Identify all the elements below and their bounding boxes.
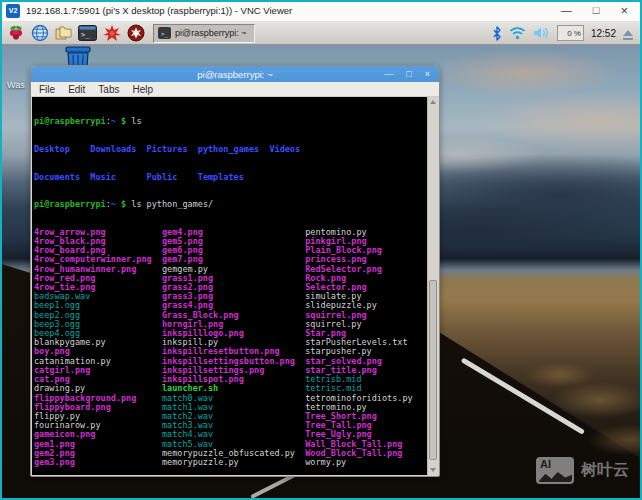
taskbar: >_ >_ pi@raspberrypi: ~ (0, 22, 642, 45)
menu-tabs[interactable]: Tabs (98, 84, 128, 95)
wastebasket-label[interactable]: Was (7, 80, 25, 90)
vnc-viewer-window: V2 192.168.1.7:5901 (pi's X desktop (ras… (0, 0, 642, 500)
scrollbar-up-arrow[interactable] (428, 97, 438, 107)
menu-help[interactable]: Help (132, 84, 162, 95)
cpu-monitor[interactable]: 0 % (557, 25, 584, 41)
vnc-logo-icon: V2 (6, 4, 20, 18)
wolfram-icon[interactable] (125, 23, 146, 43)
svg-text:>_: >_ (81, 31, 90, 39)
file-name: memorypuzzle.py (162, 458, 305, 467)
watermark-label: 树叶云 (581, 460, 629, 481)
volume-icon[interactable] (533, 26, 550, 40)
terminal-launcher-icon[interactable]: >_ (77, 23, 98, 43)
taskbar-window-button[interactable]: >_ pi@raspberrypi: ~ (153, 24, 255, 43)
watermark-logo-icon: AI (536, 457, 574, 484)
terminal-content[interactable]: pi@raspberrypi:~ $ ls Desktop Downloads … (31, 97, 439, 475)
terminal-titlebar[interactable]: pi@raspberrypi: ~ — □ × (31, 66, 439, 82)
scrollbar-down-arrow[interactable] (428, 465, 438, 475)
prompt-line: pi@raspberrypi:~ $ ls python_games/ (34, 200, 426, 209)
scrollbar-thumb[interactable] (429, 280, 437, 460)
dir-listing-line: Documents Music Public Templates (34, 173, 426, 182)
dir-listing-line: Desktop Downloads Pictures python_games … (34, 145, 426, 154)
raspberry-menu-icon[interactable] (5, 23, 26, 43)
terminal-close-button[interactable]: × (425, 66, 430, 82)
terminal-menubar: File Edit Tabs Help (31, 82, 439, 97)
file-row: beep2.oggGrass_Block.pngsquirrel.png (34, 311, 426, 320)
file-row: cat.pnginkspillspot.pngtetrisb.mid (34, 375, 426, 384)
terminal-window-title: pi@raspberrypi: ~ (31, 69, 439, 80)
file-row: gem3.pngmemorypuzzle.pywormy.py (34, 458, 426, 467)
bluetooth-icon[interactable] (492, 26, 502, 41)
file-name: gem3.png (34, 458, 162, 467)
menu-file[interactable]: File (39, 84, 64, 95)
terminal-scrollbar[interactable] (427, 97, 438, 475)
terminal-mini-icon: >_ (158, 27, 171, 39)
terminal-minimize-button[interactable]: — (384, 66, 393, 82)
file-grid: 4row_arrow.pnggem4.pngpentomino.py4row_b… (34, 228, 426, 467)
eject-icon[interactable] (623, 30, 633, 36)
taskbar-window-label: pi@raspberrypi: ~ (175, 28, 246, 38)
vnc-maximize-button[interactable]: □ (593, 5, 600, 16)
watermark: AI 树叶云 (536, 457, 629, 484)
mountain-icon (538, 471, 572, 482)
file-manager-icon[interactable] (53, 23, 74, 43)
vnc-window-title: 192.168.1.7:5901 (pi's X desktop (raspbe… (26, 5, 292, 16)
system-tray: 0 % 12:52 (492, 25, 637, 41)
file-name: wormy.py (305, 458, 346, 467)
clock[interactable]: 12:52 (591, 28, 616, 39)
file-row: 4row_tie.pnggrass2.pngSelector.png (34, 283, 426, 292)
terminal-window: pi@raspberrypi: ~ — □ × File Edit Tabs H… (30, 65, 440, 477)
web-browser-icon[interactable] (29, 23, 50, 43)
mathematica-icon[interactable] (101, 23, 122, 43)
vnc-titlebar: V2 192.168.1.7:5901 (pi's X desktop (ras… (0, 0, 642, 22)
vnc-minimize-button[interactable]: — (561, 5, 572, 16)
menu-edit[interactable]: Edit (68, 84, 94, 95)
wifi-icon[interactable] (509, 26, 526, 40)
vnc-close-button[interactable]: × (620, 4, 628, 17)
terminal-text: pi@raspberrypi:~ $ ls Desktop Downloads … (34, 99, 426, 477)
prompt-line: pi@raspberrypi:~ $ ls (34, 117, 426, 126)
terminal-maximize-button[interactable]: □ (406, 66, 411, 82)
desktop: Was pi@raspberrypi: ~ — □ × File Edit Ta… (0, 45, 642, 500)
